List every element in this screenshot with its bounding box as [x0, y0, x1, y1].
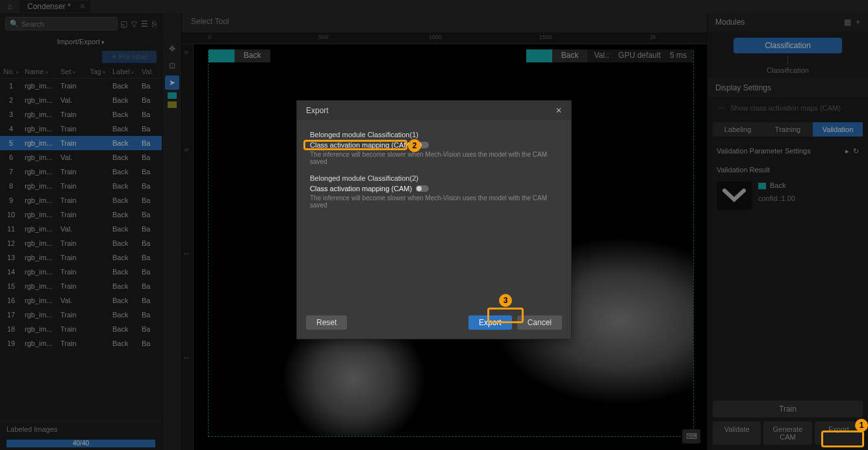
cam-toggle-1[interactable]: Class activation mapping (CAM): [310, 141, 558, 149]
module-1-header: Belonged module Classification(1): [310, 131, 558, 139]
dialog-close-icon[interactable]: ✕: [555, 106, 562, 115]
cam-hint-2: The inference will become slower when Me…: [310, 194, 558, 209]
export-dialog: Export ✕ Belonged module Classification(…: [296, 100, 572, 339]
reset-button[interactable]: Reset: [306, 315, 347, 330]
dialog-cancel-button[interactable]: Cancel: [517, 315, 562, 330]
toggle-icon[interactable]: [416, 142, 429, 148]
toggle-icon[interactable]: [416, 185, 429, 192]
cam-hint-1: The inference will become slower when Me…: [310, 151, 558, 165]
dialog-export-button[interactable]: Export: [468, 315, 512, 330]
cam-toggle-2[interactable]: Class activation mapping (CAM): [310, 185, 558, 192]
module-2-header: Belonged module Classification(2): [310, 174, 558, 182]
dialog-title: Export: [306, 106, 329, 115]
